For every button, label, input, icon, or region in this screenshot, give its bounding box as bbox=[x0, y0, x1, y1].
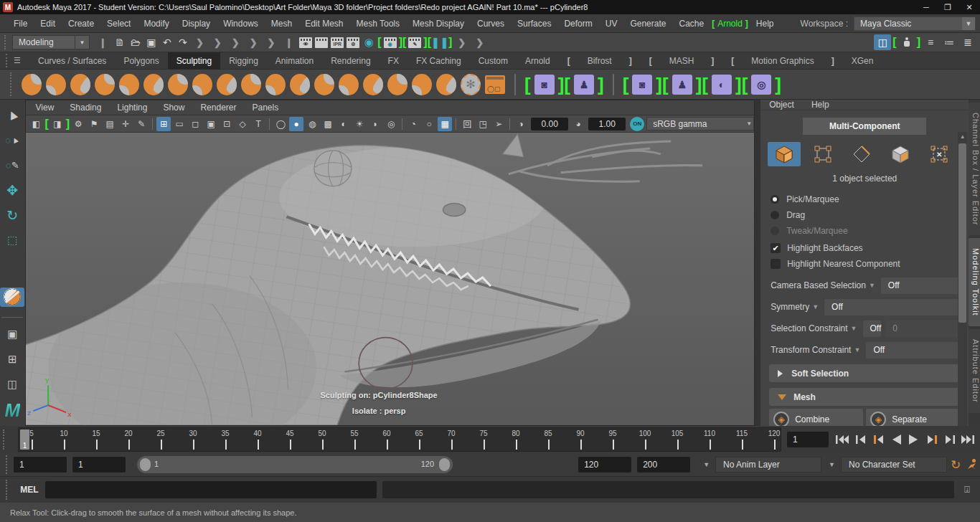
radio-pick-marquee[interactable]: Pick/Marquee bbox=[771, 192, 969, 207]
step-forward-frame-button[interactable] bbox=[924, 432, 940, 447]
animation-end-field[interactable]: 200 bbox=[637, 457, 690, 473]
grid-icon[interactable]: ⊞ bbox=[156, 117, 171, 131]
chevron-down-icon[interactable]: ▼ bbox=[812, 303, 819, 310]
tool-settings-menu-help[interactable]: Help bbox=[811, 100, 829, 110]
safe-action-icon[interactable]: ◇ bbox=[235, 117, 250, 131]
menu-item-surfaces[interactable]: Surfaces bbox=[511, 14, 557, 33]
viewport-menu-view[interactable]: View bbox=[36, 103, 55, 113]
collapsed-group-chevron[interactable]: ❯ bbox=[268, 37, 275, 48]
shelf-tab-bifrost[interactable]: Bifrost bbox=[579, 52, 621, 70]
checkbox-highlight-backfaces[interactable]: ✔Highlight Backfaces bbox=[771, 241, 969, 255]
amplify-tool-icon[interactable] bbox=[411, 74, 433, 95]
wireframe-on-shaded-icon[interactable]: ◍ bbox=[305, 117, 319, 131]
textured-icon[interactable]: ▩ bbox=[321, 117, 335, 131]
menu-set-arrow[interactable]: ▼ bbox=[75, 35, 90, 49]
shelf-tab-sculpting[interactable]: Sculpting bbox=[168, 52, 220, 70]
shelf-tab-curves-surfaces[interactable]: Curves / Surfaces bbox=[29, 52, 115, 70]
persp-outliner-layout-icon[interactable]: ◫ bbox=[0, 374, 24, 394]
command-result-field[interactable] bbox=[382, 481, 954, 498]
pinch-tool-icon[interactable] bbox=[118, 74, 140, 95]
edge-mode-icon[interactable] bbox=[845, 142, 878, 166]
chevron-down-icon[interactable]: ▼ bbox=[703, 461, 710, 468]
collapsed-group-chevron[interactable]: ❯ bbox=[476, 37, 484, 48]
setting-value[interactable]: Off bbox=[824, 299, 960, 315]
current-frame-field[interactable]: 1 bbox=[787, 432, 829, 447]
auto-keyframe-icon[interactable]: ↻ bbox=[947, 457, 964, 473]
menu-set-select[interactable]: Modeling bbox=[12, 35, 75, 49]
collapsed-group-chevron[interactable]: ❯ bbox=[232, 37, 240, 48]
bookmark-icon[interactable]: ⚑ bbox=[87, 117, 101, 131]
wax-tool-icon[interactable] bbox=[265, 74, 286, 95]
occlusion-icon[interactable]: ◎ bbox=[384, 117, 398, 131]
time-slider[interactable]: 1 51015202530354045505560657075808590951… bbox=[18, 427, 781, 452]
foamy-tool-icon[interactable] bbox=[167, 74, 189, 95]
relax-tool-icon[interactable] bbox=[70, 74, 91, 95]
current-tool-relax-icon[interactable] bbox=[0, 288, 24, 307]
smear-tool-icon[interactable] bbox=[362, 74, 384, 95]
viewport-menu-lighting[interactable]: Lighting bbox=[117, 103, 147, 113]
setting-extra-field[interactable]: 0 bbox=[885, 321, 960, 337]
multi-pane-icon[interactable]: ◳ bbox=[476, 117, 490, 131]
attribute-editor-toggle[interactable]: ≔ bbox=[941, 34, 958, 50]
lasso-select-tool-icon[interactable]: ◌▲ bbox=[0, 130, 24, 150]
mash-repro-icon[interactable]: ♟ bbox=[672, 74, 693, 95]
scrollbar-thumb[interactable] bbox=[958, 143, 966, 323]
maximize-button[interactable]: ❐ bbox=[937, 0, 958, 14]
checkbox-highlight-nearest-component[interactable]: Highlight Nearest Component bbox=[771, 257, 969, 271]
multi-component-icon[interactable] bbox=[768, 142, 801, 166]
mash-network-icon[interactable]: ◙ bbox=[631, 74, 653, 95]
pose-editor-icon[interactable]: ♟ bbox=[573, 74, 595, 95]
chevron-down-icon[interactable]: ▼ bbox=[869, 282, 875, 289]
color-management-toggle[interactable]: ON bbox=[630, 117, 644, 131]
snapshot-icon[interactable]: 回 bbox=[460, 117, 474, 131]
menu-item-display[interactable]: Display bbox=[176, 14, 217, 33]
menu-item-modify[interactable]: Modify bbox=[137, 14, 175, 33]
open-scene-icon[interactable]: 🗁 bbox=[128, 34, 143, 50]
scroll-up-icon[interactable]: ▲ bbox=[958, 132, 967, 142]
range-slider[interactable]: 1 120 bbox=[137, 456, 453, 473]
menu-item-curves[interactable]: Curves bbox=[471, 14, 511, 33]
setting-value[interactable]: Off bbox=[881, 277, 960, 294]
shelf-tab-mash[interactable]: MASH bbox=[661, 52, 703, 70]
undo-icon[interactable]: ↶ bbox=[159, 34, 175, 50]
camera-attributes-icon[interactable]: ⚙ bbox=[71, 117, 85, 131]
soft-selection-section[interactable]: Soft Selection bbox=[769, 364, 960, 382]
paint-select-tool-icon[interactable]: ◌✎ bbox=[0, 156, 24, 175]
gate-mask-icon[interactable]: ▣ bbox=[204, 117, 218, 131]
pan-zoom-icon[interactable]: ✛ bbox=[118, 117, 133, 131]
select-tool-icon[interactable]: ▲ bbox=[0, 105, 24, 125]
viewport-menu-panels[interactable]: Panels bbox=[252, 103, 278, 113]
flatten-tool-icon[interactable] bbox=[143, 74, 164, 95]
smooth-tool-icon[interactable] bbox=[45, 74, 67, 95]
command-line-mode[interactable]: MEL bbox=[14, 485, 45, 495]
menu-item-deform[interactable]: Deform bbox=[557, 14, 598, 33]
shape-editor-icon[interactable]: ◙ bbox=[534, 74, 555, 95]
multi-component-header[interactable]: Multi-Component bbox=[803, 118, 926, 135]
shelf-menu-icon[interactable]: ☰ bbox=[14, 56, 25, 65]
film-gate-icon[interactable]: ▭ bbox=[172, 117, 187, 131]
setting-value[interactable]: Off bbox=[866, 342, 960, 359]
imprint-tool-icon[interactable] bbox=[240, 74, 262, 95]
vertex-mode-icon[interactable] bbox=[806, 142, 839, 166]
arnold-render-icon[interactable]: ◉ bbox=[382, 34, 398, 50]
drag-grip[interactable] bbox=[6, 54, 11, 67]
wireframe-icon[interactable]: ◯ bbox=[273, 117, 288, 131]
play-forwards-button[interactable] bbox=[906, 432, 922, 447]
character-controls-toggle[interactable] bbox=[898, 34, 915, 50]
close-button[interactable]: ✕ bbox=[958, 0, 980, 14]
image-plane-icon[interactable]: ▤ bbox=[103, 117, 117, 131]
scale-tool-icon[interactable]: ⬚ bbox=[0, 230, 24, 250]
mash-dynamics-icon[interactable]: ◐ bbox=[711, 74, 732, 95]
shelf-tab-rigging[interactable]: Rigging bbox=[220, 52, 267, 70]
grab-tool-icon[interactable] bbox=[94, 74, 116, 95]
menu-item-uv[interactable]: UV bbox=[599, 14, 624, 33]
ipr-render-icon[interactable]: IPR bbox=[329, 34, 345, 50]
go-to-start-button[interactable] bbox=[834, 432, 850, 447]
drag-grip[interactable] bbox=[3, 430, 8, 449]
script-editor-icon[interactable]: ⍗ bbox=[960, 483, 974, 497]
setting-value[interactable]: Off bbox=[863, 321, 882, 337]
shadows-icon[interactable]: ◗ bbox=[368, 117, 382, 131]
hypershade-icon[interactable]: ◉ bbox=[361, 34, 377, 50]
animation-start-field[interactable]: 1 bbox=[14, 457, 67, 473]
lighting-icon[interactable]: ☀ bbox=[352, 117, 367, 131]
